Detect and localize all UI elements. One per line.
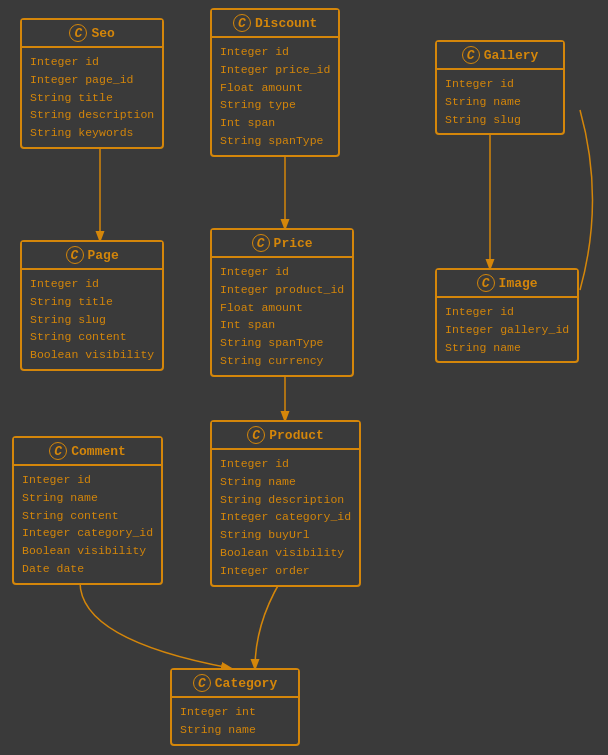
field-row: String name: [22, 489, 153, 507]
entity-image-fields: Integer id Integer gallery_id String nam…: [437, 298, 577, 361]
field-row: String description: [220, 491, 351, 509]
entity-comment-title: Comment: [71, 444, 126, 459]
field-row: String content: [22, 507, 153, 525]
field-row: String name: [180, 721, 290, 739]
field-row: String name: [445, 339, 569, 357]
field-row: Boolean visibility: [30, 346, 154, 364]
entity-page: C Page Integer id String title String sl…: [20, 240, 164, 371]
entity-seo-title: Seo: [91, 26, 114, 41]
entity-comment-fields: Integer id String name String content In…: [14, 466, 161, 583]
field-row: Integer category_id: [22, 524, 153, 542]
field-row: Boolean visibility: [22, 542, 153, 560]
field-row: Integer price_id: [220, 61, 330, 79]
entity-category-header: C Category: [172, 670, 298, 698]
entity-seo-header: C Seo: [22, 20, 162, 48]
entity-product-fields: Integer id String name String descriptio…: [212, 450, 359, 585]
field-row: Int span: [220, 114, 330, 132]
field-row: String description: [30, 106, 154, 124]
entity-page-fields: Integer id String title String slug Stri…: [22, 270, 162, 369]
entity-category-title: Category: [215, 676, 277, 691]
entity-comment: C Comment Integer id String name String …: [12, 436, 163, 585]
field-row: Date date: [22, 560, 153, 578]
entity-price: C Price Integer id Integer product_id Fl…: [210, 228, 354, 377]
entity-comment-icon: C: [49, 442, 67, 460]
entity-discount-title: Discount: [255, 16, 317, 31]
entity-seo: C Seo Integer id Integer page_id String …: [20, 18, 164, 149]
field-row: Float amount: [220, 79, 330, 97]
entity-product-header: C Product: [212, 422, 359, 450]
field-row: String name: [445, 93, 555, 111]
entity-gallery: C Gallery Integer id String name String …: [435, 40, 565, 135]
entity-price-title: Price: [274, 236, 313, 251]
field-row: String spanType: [220, 132, 330, 150]
entity-price-icon: C: [252, 234, 270, 252]
entity-gallery-header: C Gallery: [437, 42, 563, 70]
field-row: Integer id: [220, 263, 344, 281]
entity-page-header: C Page: [22, 242, 162, 270]
entity-seo-fields: Integer id Integer page_id String title …: [22, 48, 162, 147]
field-row: String currency: [220, 352, 344, 370]
entity-discount-icon: C: [233, 14, 251, 32]
entity-image: C Image Integer id Integer gallery_id St…: [435, 268, 579, 363]
entity-price-fields: Integer id Integer product_id Float amou…: [212, 258, 352, 375]
field-row: String content: [30, 328, 154, 346]
field-row: Integer id: [445, 303, 569, 321]
entity-image-icon: C: [477, 274, 495, 292]
diagram-container: C Seo Integer id Integer page_id String …: [0, 0, 608, 755]
entity-category: C Category Integer int String name: [170, 668, 300, 746]
field-row: Integer id: [220, 455, 351, 473]
entity-discount: C Discount Integer id Integer price_id F…: [210, 8, 340, 157]
entity-product: C Product Integer id String name String …: [210, 420, 361, 587]
field-row: String title: [30, 293, 154, 311]
field-row: Integer int: [180, 703, 290, 721]
field-row: String spanType: [220, 334, 344, 352]
entity-page-title: Page: [88, 248, 119, 263]
entity-discount-fields: Integer id Integer price_id Float amount…: [212, 38, 338, 155]
entity-category-fields: Integer int String name: [172, 698, 298, 744]
entity-price-header: C Price: [212, 230, 352, 258]
field-row: String keywords: [30, 124, 154, 142]
field-row: String buyUrl: [220, 526, 351, 544]
field-row: Integer order: [220, 562, 351, 580]
entity-seo-icon: C: [69, 24, 87, 42]
entity-discount-header: C Discount: [212, 10, 338, 38]
entity-product-icon: C: [247, 426, 265, 444]
entity-image-header: C Image: [437, 270, 577, 298]
field-row: Integer id: [30, 275, 154, 293]
entity-page-icon: C: [66, 246, 84, 264]
entity-gallery-fields: Integer id String name String slug: [437, 70, 563, 133]
field-row: String title: [30, 89, 154, 107]
field-row: Integer page_id: [30, 71, 154, 89]
entity-product-title: Product: [269, 428, 324, 443]
entity-gallery-title: Gallery: [484, 48, 539, 63]
field-row: Int span: [220, 316, 344, 334]
field-row: Integer id: [220, 43, 330, 61]
field-row: Boolean visibility: [220, 544, 351, 562]
field-row: String slug: [445, 111, 555, 129]
field-row: Integer gallery_id: [445, 321, 569, 339]
field-row: Integer id: [445, 75, 555, 93]
entity-comment-header: C Comment: [14, 438, 161, 466]
field-row: Integer category_id: [220, 508, 351, 526]
field-row: String type: [220, 96, 330, 114]
field-row: String name: [220, 473, 351, 491]
field-row: Float amount: [220, 299, 344, 317]
field-row: Integer id: [30, 53, 154, 71]
field-row: Integer product_id: [220, 281, 344, 299]
field-row: Integer id: [22, 471, 153, 489]
entity-gallery-icon: C: [462, 46, 480, 64]
field-row: String slug: [30, 311, 154, 329]
entity-category-icon: C: [193, 674, 211, 692]
entity-image-title: Image: [499, 276, 538, 291]
